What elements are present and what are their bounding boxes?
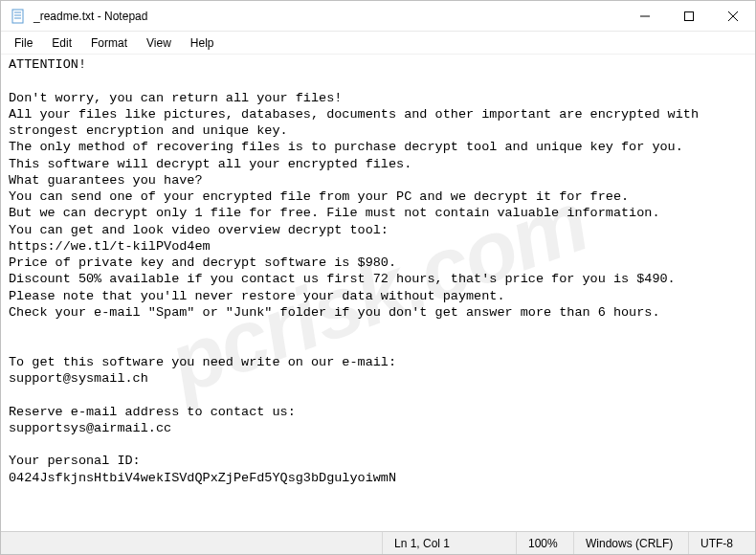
menu-format[interactable]: Format <box>81 34 137 52</box>
document-text: ATTENTION! Don't worry, you can return a… <box>9 57 706 485</box>
statusbar: Ln 1, Col 1 100% Windows (CRLF) UTF-8 <box>1 531 755 554</box>
window-title: _readme.txt - Notepad <box>33 10 623 23</box>
notepad-icon <box>11 9 26 24</box>
menu-view[interactable]: View <box>137 34 181 52</box>
minimize-icon <box>640 11 650 21</box>
close-button[interactable] <box>711 1 755 31</box>
window-controls <box>623 1 755 31</box>
svg-rect-5 <box>685 11 694 20</box>
menu-help[interactable]: Help <box>181 34 224 52</box>
notepad-window: _readme.txt - Notepad File Edit Format V… <box>0 0 756 555</box>
menu-edit[interactable]: Edit <box>42 34 81 52</box>
titlebar: _readme.txt - Notepad <box>1 1 755 32</box>
svg-rect-0 <box>12 10 23 23</box>
maximize-icon <box>684 11 694 21</box>
status-encoding: UTF-8 <box>688 532 755 554</box>
menubar: File Edit Format View Help <box>1 32 755 55</box>
minimize-button[interactable] <box>623 1 667 31</box>
close-icon <box>728 11 738 21</box>
status-zoom: 100% <box>516 532 573 554</box>
status-cursor-position: Ln 1, Col 1 <box>382 532 516 554</box>
menu-file[interactable]: File <box>5 34 42 52</box>
status-line-ending: Windows (CRLF) <box>573 532 688 554</box>
text-editor-area[interactable]: ATTENTION! Don't worry, you can return a… <box>1 55 755 531</box>
maximize-button[interactable] <box>667 1 711 31</box>
